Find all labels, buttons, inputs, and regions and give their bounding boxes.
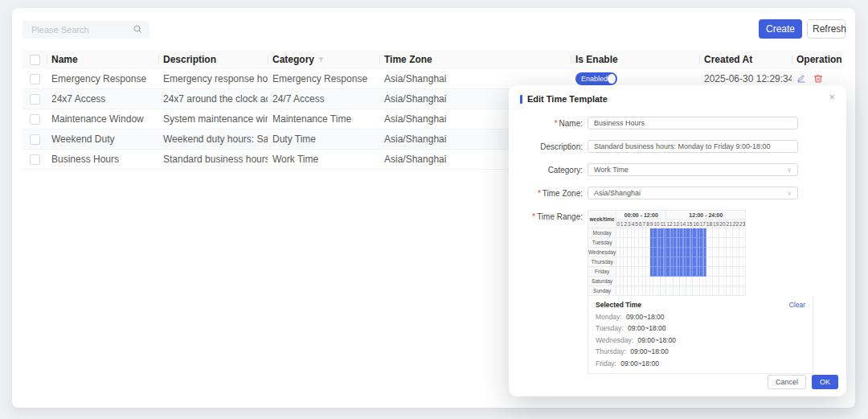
grid-cell[interactable] bbox=[673, 286, 679, 296]
grid-cell[interactable] bbox=[739, 286, 746, 296]
delete-icon[interactable] bbox=[813, 74, 823, 84]
grid-cell[interactable] bbox=[732, 267, 739, 277]
grid-cell[interactable] bbox=[719, 267, 726, 277]
grid-cell[interactable] bbox=[719, 238, 726, 248]
grid-cell[interactable] bbox=[660, 228, 666, 238]
grid-cell[interactable] bbox=[706, 286, 712, 296]
grid-cell[interactable] bbox=[713, 257, 719, 267]
grid-cell[interactable] bbox=[673, 277, 679, 286]
grid-cell[interactable] bbox=[693, 277, 699, 286]
clear-link[interactable]: Clear bbox=[789, 301, 805, 309]
grid-cell[interactable] bbox=[699, 238, 706, 248]
grid-cell[interactable] bbox=[732, 257, 739, 267]
grid-cell[interactable] bbox=[719, 228, 726, 238]
grid-cell[interactable] bbox=[673, 248, 679, 257]
grid-cell[interactable] bbox=[686, 286, 693, 296]
grid-cell[interactable] bbox=[693, 228, 699, 238]
grid-cell[interactable] bbox=[653, 228, 660, 238]
grid-cell[interactable] bbox=[693, 286, 699, 296]
grid-cell[interactable] bbox=[693, 267, 699, 277]
grid-cell[interactable] bbox=[686, 228, 693, 238]
grid-cell[interactable] bbox=[653, 257, 660, 267]
name-input[interactable] bbox=[588, 117, 798, 129]
grid-cell[interactable] bbox=[673, 238, 679, 248]
grid-cell[interactable] bbox=[739, 277, 746, 286]
grid-cell[interactable] bbox=[726, 267, 732, 277]
grid-cell[interactable] bbox=[732, 238, 739, 248]
grid-cell[interactable] bbox=[679, 267, 686, 277]
grid-cell[interactable] bbox=[660, 277, 666, 286]
grid-cell[interactable] bbox=[739, 228, 746, 238]
grid-cell[interactable] bbox=[686, 238, 693, 248]
grid-cell[interactable] bbox=[660, 257, 666, 267]
grid-cell[interactable] bbox=[679, 257, 686, 267]
select-all-checkbox[interactable] bbox=[30, 55, 40, 65]
grid-cell[interactable] bbox=[686, 257, 693, 267]
description-input[interactable] bbox=[588, 140, 798, 153]
grid-cell[interactable] bbox=[726, 248, 732, 257]
grid-cell[interactable] bbox=[686, 267, 693, 277]
edit-icon[interactable] bbox=[796, 74, 806, 84]
grid-cell[interactable] bbox=[686, 248, 693, 257]
grid-cell[interactable] bbox=[732, 228, 739, 238]
enable-toggle[interactable]: Enabled bbox=[575, 72, 617, 85]
grid-cell[interactable] bbox=[653, 286, 660, 296]
grid-cell[interactable] bbox=[653, 248, 660, 257]
grid-cell[interactable] bbox=[726, 277, 732, 286]
grid-cell[interactable] bbox=[679, 228, 686, 238]
grid-cell[interactable] bbox=[666, 238, 673, 248]
grid-cell[interactable] bbox=[719, 248, 726, 257]
grid-cell[interactable] bbox=[666, 286, 673, 296]
grid-cell[interactable] bbox=[666, 277, 673, 286]
grid-cell[interactable] bbox=[666, 257, 673, 267]
grid-cell[interactable] bbox=[660, 248, 666, 257]
grid-cell[interactable] bbox=[666, 267, 673, 277]
grid-cell[interactable] bbox=[719, 277, 726, 286]
grid-cell[interactable] bbox=[693, 248, 699, 257]
grid-cell[interactable] bbox=[653, 277, 660, 286]
grid-cell[interactable] bbox=[739, 257, 746, 267]
grid-cell[interactable] bbox=[719, 286, 726, 296]
refresh-button[interactable]: Refresh bbox=[807, 19, 845, 39]
timezone-select[interactable]: Asia/Shanghai ∨ bbox=[588, 187, 798, 199]
grid-cell[interactable] bbox=[706, 257, 712, 267]
grid-cell[interactable] bbox=[666, 228, 673, 238]
grid-cell[interactable] bbox=[699, 228, 706, 238]
grid-cell[interactable] bbox=[732, 277, 739, 286]
cancel-button[interactable]: Cancel bbox=[768, 375, 806, 389]
search-input[interactable] bbox=[30, 24, 133, 35]
grid-cell[interactable] bbox=[699, 277, 706, 286]
grid-cell[interactable] bbox=[713, 228, 719, 238]
grid-cell[interactable] bbox=[660, 267, 666, 277]
row-checkbox[interactable] bbox=[30, 74, 40, 84]
category-select[interactable]: Work Time ∨ bbox=[588, 163, 798, 176]
grid-cell[interactable] bbox=[706, 228, 712, 238]
filter-icon[interactable] bbox=[317, 56, 325, 64]
row-checkbox[interactable] bbox=[30, 114, 40, 125]
grid-cell[interactable] bbox=[679, 248, 686, 257]
grid-cell[interactable] bbox=[739, 248, 746, 257]
row-checkbox[interactable] bbox=[30, 134, 40, 145]
grid-cell[interactable] bbox=[699, 257, 706, 267]
grid-cell[interactable] bbox=[706, 277, 712, 286]
grid-cell[interactable] bbox=[739, 238, 746, 248]
grid-cell[interactable] bbox=[713, 277, 719, 286]
grid-cell[interactable] bbox=[653, 267, 660, 277]
grid-cell[interactable] bbox=[673, 228, 679, 238]
grid-cell[interactable] bbox=[673, 257, 679, 267]
grid-cell[interactable] bbox=[699, 267, 706, 277]
grid-cell[interactable] bbox=[679, 238, 686, 248]
grid-cell[interactable] bbox=[660, 286, 666, 296]
grid-cell[interactable] bbox=[679, 277, 686, 286]
grid-cell[interactable] bbox=[726, 228, 732, 238]
grid-cell[interactable] bbox=[732, 286, 739, 296]
grid-cell[interactable] bbox=[706, 248, 712, 257]
grid-cell[interactable] bbox=[699, 286, 706, 296]
grid-cell[interactable] bbox=[739, 267, 746, 277]
grid-cell[interactable] bbox=[713, 267, 719, 277]
close-icon[interactable]: × bbox=[829, 92, 835, 102]
grid-cell[interactable] bbox=[660, 238, 666, 248]
search-box[interactable] bbox=[23, 21, 149, 39]
grid-cell[interactable] bbox=[726, 286, 732, 296]
ok-button[interactable]: OK bbox=[812, 375, 838, 389]
